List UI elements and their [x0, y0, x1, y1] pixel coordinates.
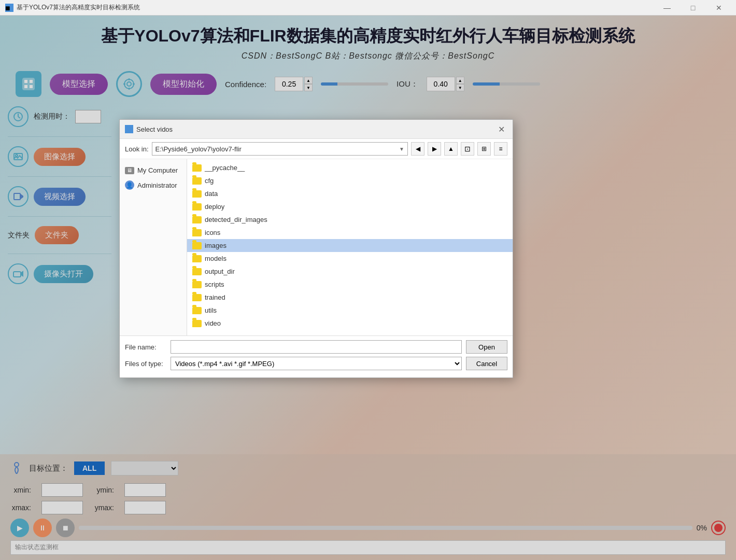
filename-row: File name: Open: [125, 340, 507, 354]
look-in-bar: Look in: E:\Pyside6_yolov7\yolov7-flir ▼…: [120, 139, 513, 159]
folder-icon: [192, 164, 202, 172]
dialog-left-panel: 🖥 My Computer 👤 Administrator: [120, 159, 187, 335]
file-list-item[interactable]: deploy: [187, 200, 513, 213]
dialog-close-button[interactable]: ✕: [495, 123, 507, 135]
file-item-label: icons: [205, 229, 220, 236]
folder-icon: [192, 307, 202, 314]
user-icon: 👤: [125, 180, 134, 190]
dialog-title: Select vidos: [136, 125, 495, 133]
look-in-arrow-icon: ▼: [399, 146, 404, 152]
file-dialog: Select vidos ✕ Look in: E:\Pyside6_yolov…: [119, 119, 513, 378]
folder-icon: [192, 203, 202, 211]
open-button[interactable]: Open: [466, 340, 507, 354]
dialog-titlebar: Select vidos ✕: [120, 120, 513, 139]
look-in-label: Look in:: [125, 145, 149, 153]
file-item-label: deploy: [205, 203, 224, 211]
title-bar-text: 基于YOLOv7算法的高精度实时目标检测系统: [17, 3, 655, 12]
file-list-item[interactable]: trained: [187, 291, 513, 304]
cancel-button[interactable]: Cancel: [466, 357, 507, 370]
view-grid-button[interactable]: ⊞: [477, 142, 491, 156]
file-item-label: data: [205, 190, 218, 198]
app-icon: ■: [5, 4, 13, 12]
folder-icon: [192, 242, 202, 249]
folder-icon: [192, 294, 202, 301]
folder-icon: [192, 281, 202, 288]
dialog-icon: [125, 125, 133, 133]
file-type-dropdown[interactable]: Videos (*.mp4 *.avi *.gif *.MPEG): [171, 357, 462, 370]
folder-icon: [192, 190, 202, 198]
folder-icon: [192, 268, 202, 275]
folder-icon: [192, 177, 202, 185]
file-name-label: File name:: [125, 343, 166, 351]
file-item-label: utils: [205, 306, 217, 314]
file-list-item[interactable]: __pycache__: [187, 161, 513, 174]
nav-up-button[interactable]: ▲: [444, 142, 458, 156]
view-list-button[interactable]: ≡: [494, 142, 507, 156]
computer-icon: 🖥: [125, 167, 134, 174]
file-item-label: detected_dir_images: [205, 216, 267, 223]
files-of-type-label: Files of type:: [125, 360, 166, 368]
my-computer-label: My Computer: [137, 166, 178, 174]
maximize-button[interactable]: □: [681, 0, 705, 16]
nav-back-button[interactable]: ◀: [411, 142, 424, 156]
file-list-item[interactable]: images: [187, 239, 513, 252]
file-item-label: scripts: [205, 281, 224, 288]
left-administrator[interactable]: 👤 Administrator: [120, 177, 187, 193]
left-my-computer[interactable]: 🖥 My Computer: [120, 163, 187, 177]
file-item-label: output_dir: [205, 268, 235, 275]
look-in-path: E:\Pyside6_yolov7\yolov7-flir: [155, 145, 242, 153]
folder-icon: [192, 255, 202, 262]
file-list-item[interactable]: video: [187, 317, 513, 330]
file-list-item[interactable]: scripts: [187, 278, 513, 291]
file-list-item[interactable]: icons: [187, 226, 513, 239]
minimize-button[interactable]: —: [655, 0, 679, 16]
file-list-item[interactable]: models: [187, 252, 513, 265]
file-list-item[interactable]: output_dir: [187, 265, 513, 278]
file-list-item[interactable]: utils: [187, 304, 513, 317]
administrator-label: Administrator: [137, 181, 177, 189]
file-name-input[interactable]: [171, 340, 462, 354]
nav-forward-button[interactable]: ▶: [428, 142, 441, 156]
file-list-item[interactable]: cfg: [187, 174, 513, 187]
title-bar-controls: — □ ✕: [655, 0, 731, 16]
nav-recent-button[interactable]: ⊡: [461, 142, 474, 156]
dialog-footer: File name: Open Files of type: Videos (*…: [120, 335, 513, 377]
folder-icon: [192, 229, 202, 236]
file-item-label: cfg: [205, 177, 214, 185]
file-item-label: trained: [205, 293, 225, 301]
title-bar: ■ 基于YOLOv7算法的高精度实时目标检测系统 — □ ✕: [0, 0, 736, 16]
folder-icon: [192, 320, 202, 327]
file-list-item[interactable]: data: [187, 187, 513, 200]
file-item-label: video: [205, 319, 221, 327]
close-button[interactable]: ✕: [707, 0, 731, 16]
file-item-label: models: [205, 255, 227, 262]
file-item-label: images: [205, 242, 227, 249]
file-list-item[interactable]: detected_dir_images: [187, 213, 513, 226]
dialog-file-list: __pycache__cfgdatadeploydetected_dir_ima…: [187, 159, 513, 335]
look-in-combo[interactable]: E:\Pyside6_yolov7\yolov7-flir ▼: [152, 142, 408, 156]
app-container: 基于YOLOv7算法和FLIR数据集的高精度实时红外行人车辆目标检测系统 CSD…: [0, 16, 736, 560]
dialog-body: 🖥 My Computer 👤 Administrator __pycache_…: [120, 159, 513, 335]
file-item-label: __pycache__: [205, 164, 245, 172]
filetype-row: Files of type: Videos (*.mp4 *.avi *.gif…: [125, 357, 507, 370]
folder-icon: [192, 216, 202, 223]
